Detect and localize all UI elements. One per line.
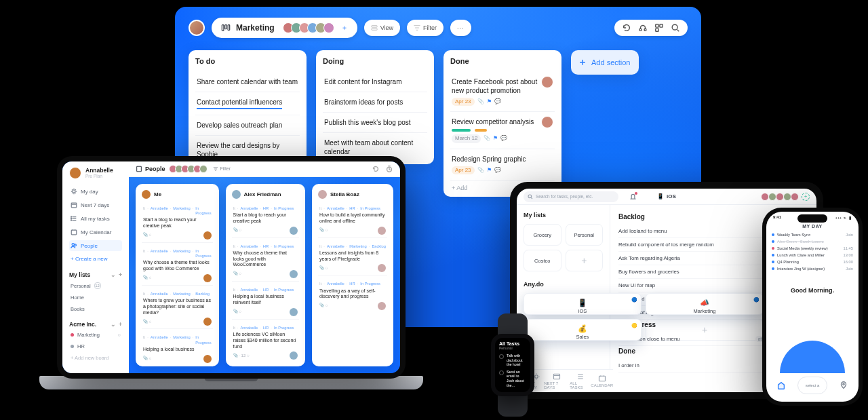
tab-nav-item[interactable]: ALL TASKS bbox=[570, 373, 591, 389]
list-tile[interactable]: Personal bbox=[566, 224, 604, 246]
dot-icon bbox=[772, 267, 774, 270]
task-card[interactable]: Create Facebook post about new product p… bbox=[450, 72, 555, 112]
phone-task-row[interactable]: Alex Green · Sarah Lucero bbox=[772, 238, 853, 245]
sidebar-list-item[interactable]: Personal12 bbox=[69, 281, 122, 290]
person-avatar bbox=[318, 190, 327, 199]
svg-point-11 bbox=[73, 190, 75, 193]
people-task-card[interactable]: It · Annabelle · HR · In Progress Life s… bbox=[232, 323, 299, 362]
person-name: Alex Friedman bbox=[244, 191, 281, 197]
plus-icon[interactable]: + bbox=[119, 321, 122, 328]
timer-icon[interactable] bbox=[385, 165, 393, 173]
task-card[interactable]: Review competitor analysis March 12 📎 ⚑ … bbox=[450, 112, 555, 149]
sidebar-section-mylists[interactable]: My lists ⌄ + bbox=[69, 271, 122, 278]
people-icon bbox=[71, 242, 77, 249]
sidebar-workspace-item[interactable]: HR bbox=[69, 342, 122, 351]
sidebar-item-calendar[interactable]: My Calendar bbox=[69, 227, 122, 237]
task-card[interactable]: Redesign Spring graphic Apr 23 📎 ⚑ 💬 bbox=[450, 149, 555, 180]
list-tile[interactable]: Costco bbox=[524, 250, 561, 271]
more-button[interactable]: ··· bbox=[450, 20, 471, 36]
check-circle-icon bbox=[499, 354, 504, 359]
apps-icon[interactable] bbox=[654, 22, 665, 33]
people-task-card[interactable]: It · Annabelle · HR · In Progress Start … bbox=[232, 204, 299, 238]
location-icon[interactable] bbox=[838, 380, 849, 391]
home-icon[interactable] bbox=[776, 380, 787, 391]
people-task-card[interactable]: It · Annabelle · HR · In Progress How to… bbox=[318, 204, 387, 238]
people-task-card[interactable]: It · Annabelle · Marketing · In Progress… bbox=[142, 204, 213, 243]
task-card[interactable]: Develop sales outreach plan bbox=[195, 115, 300, 136]
sidebar-section-workspace[interactable]: Acme Inc. ⌄ + bbox=[69, 321, 122, 328]
attach-icon: 📎 bbox=[477, 167, 484, 174]
people-members[interactable] bbox=[171, 165, 208, 173]
refresh-icon[interactable] bbox=[621, 22, 632, 33]
workspace-tile[interactable]: 📣Marketing🔵 bbox=[646, 293, 764, 315]
filter-button[interactable]: Filter bbox=[213, 166, 231, 172]
sidebar-list-item[interactable]: Books bbox=[69, 305, 122, 313]
list-tile[interactable]: Grocery bbox=[524, 224, 561, 246]
add-list-tile[interactable]: + bbox=[566, 250, 604, 271]
tab-nav-item[interactable]: NEXT 7 DAYS bbox=[544, 373, 570, 389]
people-column: MeIt · Annabelle · Marketing · In Progre… bbox=[136, 184, 219, 366]
people-task-card[interactable]: It · Annabelle · Marketing · In Progress… bbox=[142, 246, 213, 286]
view-switch[interactable]: View bbox=[364, 20, 400, 36]
sidebar-add-board[interactable]: + Add new board bbox=[69, 354, 122, 362]
people-title: People bbox=[136, 166, 165, 172]
task-card[interactable]: Publish this week's blog post bbox=[323, 113, 427, 133]
people-task-card[interactable]: It · Annabelle · Marketing · Backlog Les… bbox=[318, 242, 387, 276]
phone-status-icons: ••• ⌁ ▮ bbox=[835, 215, 852, 220]
task-card[interactable]: Share content calendar with team bbox=[195, 72, 300, 92]
sidebar-user[interactable]: Annabelle Pro Plan bbox=[69, 167, 122, 179]
sun-icon bbox=[71, 188, 77, 195]
phone-center-button[interactable]: select a bbox=[797, 377, 827, 394]
board-members[interactable] bbox=[283, 22, 334, 33]
watch-task[interactable]: Send an email to Josh about the… bbox=[499, 368, 526, 389]
current-user-avatar[interactable] bbox=[189, 20, 205, 36]
watch-title: All Tasks bbox=[499, 341, 526, 346]
sidebar-item-people[interactable]: People bbox=[69, 240, 122, 251]
plus-icon[interactable]: + bbox=[119, 271, 122, 278]
workspace-tile[interactable]: 📱iOS🔵 bbox=[524, 293, 642, 315]
people-task-card[interactable]: It · Annabelle · HR · In Progress Travel… bbox=[318, 279, 387, 313]
dot-icon bbox=[772, 247, 774, 250]
people-column-header: Alex Friedman bbox=[232, 190, 299, 199]
assignee-avatar bbox=[378, 227, 386, 235]
filter-button[interactable]: Filter bbox=[407, 20, 443, 36]
refresh-icon[interactable] bbox=[372, 165, 380, 173]
tab-nav-item[interactable]: CALENDAR bbox=[591, 375, 613, 387]
people-task-card[interactable]: It · Annabelle · Marketing · In Progress… bbox=[142, 370, 213, 373]
add-member-icon[interactable]: + bbox=[802, 193, 810, 201]
tablet-workspace-selector[interactable]: 📱iOS bbox=[657, 193, 676, 199]
add-section-button[interactable]: ＋ Add section bbox=[571, 50, 639, 75]
add-member-icon[interactable]: ＋ bbox=[341, 23, 348, 33]
phone-task-row[interactable]: Q4 Planning16:00 bbox=[772, 259, 853, 265]
task-card[interactable]: Contact potential influencers bbox=[195, 92, 300, 115]
notifications-icon[interactable] bbox=[629, 193, 637, 200]
kanban-column-doing: Doing Edit content for Instagram Brainst… bbox=[316, 50, 434, 164]
sidebar-item-next7days[interactable]: Next 7 days bbox=[69, 199, 122, 210]
people-task-card[interactable]: It · Annabelle · Marketing · Backlog Whe… bbox=[142, 289, 213, 329]
search-input[interactable]: Search for tasks, people, etc. bbox=[524, 191, 618, 202]
laptop-main: People Filter bbox=[129, 161, 400, 373]
search-icon[interactable] bbox=[670, 22, 681, 33]
sidebar-item-myday[interactable]: My day bbox=[69, 186, 122, 197]
people-task-card[interactable]: It · Annabelle · HR · In Progress Helpin… bbox=[232, 285, 299, 320]
phone-task-row[interactable]: Lunch with Clare and Miller13:00 bbox=[772, 252, 853, 259]
workspace-tile[interactable]: 💰Sales🟡 bbox=[524, 319, 642, 341]
user-avatar bbox=[69, 167, 81, 179]
sidebar-list-item[interactable]: Home bbox=[69, 293, 122, 302]
task-card[interactable]: Brainstorm ideas for posts bbox=[323, 92, 427, 113]
sidebar-item-alltasks[interactable]: All my tasks bbox=[69, 213, 122, 224]
watch-task[interactable]: Talk with dad about the hotel bbox=[499, 352, 526, 368]
board-title-pill[interactable]: Marketing ＋ bbox=[212, 18, 357, 38]
people-task-card[interactable]: It · Annabelle · HR · In Progress Why ch… bbox=[232, 242, 299, 282]
phone-task-row[interactable]: Interview Jing W (designer)Join bbox=[772, 265, 853, 272]
task-card[interactable]: Edit content for Instagram bbox=[323, 72, 427, 92]
sidebar-workspace-item[interactable]: Marketing ○ bbox=[69, 330, 122, 339]
laptop-frame: Annabelle Pro Plan My day Next 7 days bbox=[39, 156, 423, 406]
support-icon[interactable] bbox=[637, 22, 648, 33]
people-task-card[interactable]: It · Annabelle · Marketing · In Progress… bbox=[142, 332, 213, 366]
phone-task-row[interactable]: Social Media (weekly review)11:45 bbox=[772, 245, 853, 252]
sidebar-item-create[interactable]: + Create a new bbox=[69, 254, 122, 264]
phone-task-row[interactable]: Weekly Team SyncJoin bbox=[772, 231, 853, 238]
svg-point-14 bbox=[71, 218, 72, 218]
assignee-avatar bbox=[290, 227, 298, 235]
